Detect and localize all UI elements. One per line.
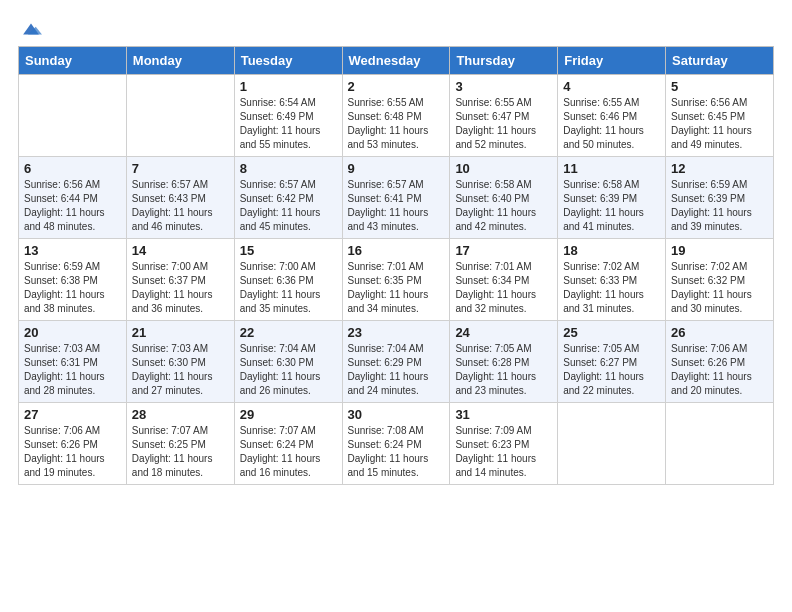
cell-content: Sunrise: 7:00 AM Sunset: 6:37 PM Dayligh… [132, 260, 229, 316]
cell-content: Sunrise: 7:03 AM Sunset: 6:31 PM Dayligh… [24, 342, 121, 398]
week-row-5: 27Sunrise: 7:06 AM Sunset: 6:26 PM Dayli… [19, 403, 774, 485]
day-number: 6 [24, 161, 121, 176]
cell-content: Sunrise: 7:05 AM Sunset: 6:27 PM Dayligh… [563, 342, 660, 398]
cell-content: Sunrise: 7:07 AM Sunset: 6:24 PM Dayligh… [240, 424, 337, 480]
day-header-thursday: Thursday [450, 47, 558, 75]
calendar-cell: 21Sunrise: 7:03 AM Sunset: 6:30 PM Dayli… [126, 321, 234, 403]
calendar-cell: 25Sunrise: 7:05 AM Sunset: 6:27 PM Dayli… [558, 321, 666, 403]
day-number: 4 [563, 79, 660, 94]
day-number: 24 [455, 325, 552, 340]
day-header-friday: Friday [558, 47, 666, 75]
cell-content: Sunrise: 6:56 AM Sunset: 6:45 PM Dayligh… [671, 96, 768, 152]
calendar-cell: 1Sunrise: 6:54 AM Sunset: 6:49 PM Daylig… [234, 75, 342, 157]
day-number: 12 [671, 161, 768, 176]
cell-content: Sunrise: 7:03 AM Sunset: 6:30 PM Dayligh… [132, 342, 229, 398]
calendar-cell: 16Sunrise: 7:01 AM Sunset: 6:35 PM Dayli… [342, 239, 450, 321]
cell-content: Sunrise: 6:57 AM Sunset: 6:41 PM Dayligh… [348, 178, 445, 234]
cell-content: Sunrise: 6:55 AM Sunset: 6:48 PM Dayligh… [348, 96, 445, 152]
day-header-monday: Monday [126, 47, 234, 75]
calendar-cell: 7Sunrise: 6:57 AM Sunset: 6:43 PM Daylig… [126, 157, 234, 239]
cell-content: Sunrise: 7:07 AM Sunset: 6:25 PM Dayligh… [132, 424, 229, 480]
header-row: SundayMondayTuesdayWednesdayThursdayFrid… [19, 47, 774, 75]
header [18, 18, 774, 40]
day-number: 1 [240, 79, 337, 94]
week-row-1: 1Sunrise: 6:54 AM Sunset: 6:49 PM Daylig… [19, 75, 774, 157]
day-header-sunday: Sunday [19, 47, 127, 75]
day-number: 5 [671, 79, 768, 94]
calendar-cell: 26Sunrise: 7:06 AM Sunset: 6:26 PM Dayli… [666, 321, 774, 403]
day-number: 13 [24, 243, 121, 258]
day-number: 17 [455, 243, 552, 258]
calendar-cell: 14Sunrise: 7:00 AM Sunset: 6:37 PM Dayli… [126, 239, 234, 321]
day-number: 25 [563, 325, 660, 340]
cell-content: Sunrise: 7:06 AM Sunset: 6:26 PM Dayligh… [671, 342, 768, 398]
logo-icon [20, 18, 42, 40]
calendar-cell: 29Sunrise: 7:07 AM Sunset: 6:24 PM Dayli… [234, 403, 342, 485]
calendar-cell: 9Sunrise: 6:57 AM Sunset: 6:41 PM Daylig… [342, 157, 450, 239]
calendar-cell: 2Sunrise: 6:55 AM Sunset: 6:48 PM Daylig… [342, 75, 450, 157]
cell-content: Sunrise: 7:02 AM Sunset: 6:33 PM Dayligh… [563, 260, 660, 316]
day-number: 21 [132, 325, 229, 340]
day-number: 26 [671, 325, 768, 340]
day-number: 11 [563, 161, 660, 176]
day-number: 31 [455, 407, 552, 422]
day-number: 30 [348, 407, 445, 422]
calendar-cell: 31Sunrise: 7:09 AM Sunset: 6:23 PM Dayli… [450, 403, 558, 485]
calendar-cell: 11Sunrise: 6:58 AM Sunset: 6:39 PM Dayli… [558, 157, 666, 239]
cell-content: Sunrise: 6:54 AM Sunset: 6:49 PM Dayligh… [240, 96, 337, 152]
day-header-wednesday: Wednesday [342, 47, 450, 75]
day-number: 2 [348, 79, 445, 94]
calendar-cell: 5Sunrise: 6:56 AM Sunset: 6:45 PM Daylig… [666, 75, 774, 157]
calendar-cell: 27Sunrise: 7:06 AM Sunset: 6:26 PM Dayli… [19, 403, 127, 485]
calendar-table: SundayMondayTuesdayWednesdayThursdayFrid… [18, 46, 774, 485]
day-number: 10 [455, 161, 552, 176]
cell-content: Sunrise: 7:09 AM Sunset: 6:23 PM Dayligh… [455, 424, 552, 480]
calendar-cell: 18Sunrise: 7:02 AM Sunset: 6:33 PM Dayli… [558, 239, 666, 321]
cell-content: Sunrise: 7:00 AM Sunset: 6:36 PM Dayligh… [240, 260, 337, 316]
calendar-cell: 20Sunrise: 7:03 AM Sunset: 6:31 PM Dayli… [19, 321, 127, 403]
cell-content: Sunrise: 7:02 AM Sunset: 6:32 PM Dayligh… [671, 260, 768, 316]
calendar-cell: 17Sunrise: 7:01 AM Sunset: 6:34 PM Dayli… [450, 239, 558, 321]
cell-content: Sunrise: 7:01 AM Sunset: 6:35 PM Dayligh… [348, 260, 445, 316]
page: SundayMondayTuesdayWednesdayThursdayFrid… [0, 0, 792, 497]
calendar-cell: 10Sunrise: 6:58 AM Sunset: 6:40 PM Dayli… [450, 157, 558, 239]
day-number: 9 [348, 161, 445, 176]
day-header-tuesday: Tuesday [234, 47, 342, 75]
cell-content: Sunrise: 6:57 AM Sunset: 6:42 PM Dayligh… [240, 178, 337, 234]
day-number: 28 [132, 407, 229, 422]
cell-content: Sunrise: 7:04 AM Sunset: 6:30 PM Dayligh… [240, 342, 337, 398]
cell-content: Sunrise: 6:56 AM Sunset: 6:44 PM Dayligh… [24, 178, 121, 234]
cell-content: Sunrise: 6:59 AM Sunset: 6:38 PM Dayligh… [24, 260, 121, 316]
day-number: 18 [563, 243, 660, 258]
cell-content: Sunrise: 6:59 AM Sunset: 6:39 PM Dayligh… [671, 178, 768, 234]
calendar-cell: 22Sunrise: 7:04 AM Sunset: 6:30 PM Dayli… [234, 321, 342, 403]
cell-content: Sunrise: 7:04 AM Sunset: 6:29 PM Dayligh… [348, 342, 445, 398]
calendar-cell [666, 403, 774, 485]
week-row-4: 20Sunrise: 7:03 AM Sunset: 6:31 PM Dayli… [19, 321, 774, 403]
cell-content: Sunrise: 7:08 AM Sunset: 6:24 PM Dayligh… [348, 424, 445, 480]
cell-content: Sunrise: 7:06 AM Sunset: 6:26 PM Dayligh… [24, 424, 121, 480]
day-number: 23 [348, 325, 445, 340]
day-number: 19 [671, 243, 768, 258]
day-number: 15 [240, 243, 337, 258]
day-number: 27 [24, 407, 121, 422]
day-number: 14 [132, 243, 229, 258]
day-number: 29 [240, 407, 337, 422]
cell-content: Sunrise: 6:55 AM Sunset: 6:47 PM Dayligh… [455, 96, 552, 152]
calendar-cell: 19Sunrise: 7:02 AM Sunset: 6:32 PM Dayli… [666, 239, 774, 321]
calendar-cell: 24Sunrise: 7:05 AM Sunset: 6:28 PM Dayli… [450, 321, 558, 403]
day-header-saturday: Saturday [666, 47, 774, 75]
calendar-cell: 30Sunrise: 7:08 AM Sunset: 6:24 PM Dayli… [342, 403, 450, 485]
calendar-cell: 12Sunrise: 6:59 AM Sunset: 6:39 PM Dayli… [666, 157, 774, 239]
cell-content: Sunrise: 7:01 AM Sunset: 6:34 PM Dayligh… [455, 260, 552, 316]
cell-content: Sunrise: 6:57 AM Sunset: 6:43 PM Dayligh… [132, 178, 229, 234]
calendar-cell: 6Sunrise: 6:56 AM Sunset: 6:44 PM Daylig… [19, 157, 127, 239]
cell-content: Sunrise: 6:58 AM Sunset: 6:40 PM Dayligh… [455, 178, 552, 234]
calendar-cell: 13Sunrise: 6:59 AM Sunset: 6:38 PM Dayli… [19, 239, 127, 321]
calendar-cell: 3Sunrise: 6:55 AM Sunset: 6:47 PM Daylig… [450, 75, 558, 157]
logo [18, 18, 42, 40]
day-number: 8 [240, 161, 337, 176]
calendar-cell: 4Sunrise: 6:55 AM Sunset: 6:46 PM Daylig… [558, 75, 666, 157]
calendar-cell [126, 75, 234, 157]
cell-content: Sunrise: 7:05 AM Sunset: 6:28 PM Dayligh… [455, 342, 552, 398]
